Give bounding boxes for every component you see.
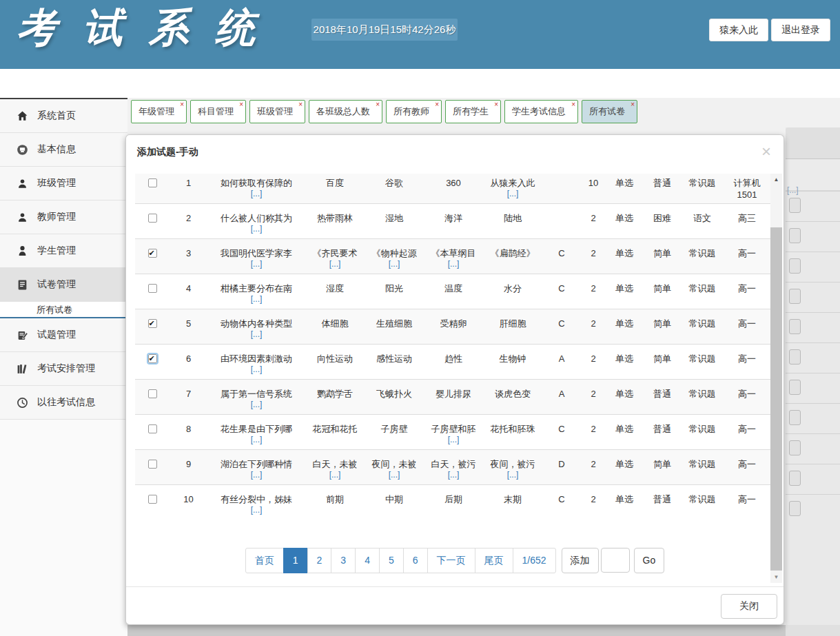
difficulty-cell: 普通 xyxy=(643,174,682,204)
answer-cell xyxy=(542,174,581,204)
expand-link[interactable]: [...] xyxy=(209,400,304,410)
expand-link[interactable]: [...] xyxy=(484,189,541,199)
tab-all-students[interactable]: 所有学生× xyxy=(445,100,501,123)
page-link[interactable]: 4 xyxy=(355,548,380,573)
tab-close-icon[interactable]: × xyxy=(376,101,380,108)
row-checkbox[interactable] xyxy=(148,495,157,504)
sidebar-item-student-mgmt[interactable]: 学生管理 xyxy=(0,234,127,268)
category-cell: 语文 xyxy=(682,204,723,239)
expand-link[interactable]: [...] xyxy=(366,470,422,480)
option-text: 水分 xyxy=(504,283,522,294)
tab-close-icon[interactable]: × xyxy=(298,101,303,108)
score-cell: 2 xyxy=(581,204,606,239)
page-link[interactable]: 2 xyxy=(307,548,332,573)
row-checkbox[interactable] xyxy=(148,178,157,187)
answer-cell: C xyxy=(542,239,581,274)
expand-link[interactable]: [...] xyxy=(209,365,304,375)
page-link[interactable]: 下一页 xyxy=(427,548,475,573)
tab-class-mgmt[interactable]: 班级管理× xyxy=(249,100,305,123)
expand-link[interactable]: [...] xyxy=(425,259,482,269)
header-buttons: 猿来入此 退出登录 xyxy=(709,19,830,41)
expand-link[interactable]: [...] xyxy=(209,224,304,234)
sidebar-item-exam-schedule[interactable]: 考试安排管理 xyxy=(0,352,127,386)
modal-close-button[interactable]: 关闭 xyxy=(721,594,777,619)
tab-student-exam-info[interactable]: 学生考试信息× xyxy=(504,100,578,123)
category-cell: 常识题 xyxy=(682,174,723,204)
row-checkbox[interactable]: ✔ xyxy=(148,249,157,258)
clock-icon xyxy=(17,397,28,409)
expand-link[interactable]: [...] xyxy=(484,470,541,480)
tab-close-icon[interactable]: × xyxy=(435,101,439,108)
expand-link[interactable]: [...] xyxy=(209,189,304,199)
question-text: 属于第一信号系统 xyxy=(221,389,292,399)
row-checkbox[interactable]: ✔ xyxy=(148,319,157,328)
option-text: 后期 xyxy=(444,494,462,504)
tab-close-icon[interactable]: × xyxy=(180,101,184,108)
expand-link[interactable]: [...] xyxy=(209,470,304,480)
expand-link[interactable]: [...] xyxy=(307,470,363,480)
row-checkbox[interactable] xyxy=(148,424,157,433)
row-number: 6 xyxy=(170,345,207,380)
home-icon xyxy=(17,110,28,122)
sidebar-item-basic-info[interactable]: 基本信息 xyxy=(0,133,127,167)
expand-link[interactable]: [...] xyxy=(366,259,422,269)
expand-link[interactable]: [...] xyxy=(307,259,363,269)
expand-link[interactable]: [...] xyxy=(209,259,304,269)
scroll-up-icon[interactable]: ▲ xyxy=(770,174,782,185)
go-button[interactable]: Go xyxy=(634,548,665,573)
sidebar-item-question-mgmt[interactable]: 试题管理 xyxy=(0,318,127,352)
tab-all-teachers[interactable]: 所有教师× xyxy=(386,100,442,123)
expand-link[interactable]: [...] xyxy=(209,505,304,515)
tab-close-icon[interactable]: × xyxy=(239,101,243,108)
sidebar-item-home[interactable]: 系统首页 xyxy=(0,99,127,133)
modal-scrollbar[interactable]: ▲ ▼ xyxy=(770,174,782,583)
sidebar-item-teacher-mgmt[interactable]: 教师管理 xyxy=(0,201,127,234)
tab-grade-mgmt[interactable]: 年级管理× xyxy=(131,100,187,123)
check-icon: ✔ xyxy=(149,247,155,259)
type-cell: 单选 xyxy=(606,450,643,485)
row-checkbox[interactable] xyxy=(148,460,157,469)
tab-class-totals[interactable]: 各班级总人数× xyxy=(309,100,382,123)
page-link[interactable]: 1 xyxy=(283,548,308,573)
option-text: 夜间，未被 xyxy=(372,459,417,469)
add-button[interactable]: 添加 xyxy=(562,548,599,573)
tab-all-papers[interactable]: 所有试卷× xyxy=(582,100,637,123)
yuan-lai-ru-ci-button[interactable]: 猿来入此 xyxy=(709,19,768,41)
page-link[interactable]: 尾页 xyxy=(475,548,513,573)
row-number: 3 xyxy=(170,239,207,274)
sidebar-item-paper-mgmt[interactable]: 试卷管理 xyxy=(0,268,127,302)
page-link[interactable]: 6 xyxy=(403,548,428,573)
difficulty-cell: 普通 xyxy=(643,415,682,450)
tab-close-icon[interactable]: × xyxy=(494,101,498,108)
page-link[interactable]: 首页 xyxy=(245,548,284,573)
expand-link[interactable]: [...] xyxy=(425,470,482,480)
row-checkbox[interactable] xyxy=(148,389,157,398)
scrollbar-thumb[interactable] xyxy=(770,227,782,571)
modal-close-icon[interactable]: × xyxy=(761,143,771,160)
sidebar-subitem-all-papers[interactable]: 所有试卷 xyxy=(0,302,127,318)
page-link[interactable]: 5 xyxy=(379,548,404,573)
expand-link[interactable]: [...] xyxy=(209,294,304,305)
background-table-row xyxy=(786,403,840,433)
table-row: 10有丝分裂中，姊妹[...]前期中期后期末期C2单选普通常识题高一 xyxy=(135,485,771,520)
row-checkbox[interactable] xyxy=(148,214,157,223)
tab-close-icon[interactable]: × xyxy=(631,101,635,108)
scroll-down-icon[interactable]: ▼ xyxy=(770,571,782,583)
logout-button[interactable]: 退出登录 xyxy=(771,19,830,41)
row-checkbox[interactable]: ✔ xyxy=(148,354,157,363)
score-cell: 10 xyxy=(581,174,606,204)
tab-subject-mgmt[interactable]: 科目管理× xyxy=(190,100,246,123)
grade-cell: 计算机 1501 xyxy=(723,174,771,204)
row-checkbox[interactable] xyxy=(148,284,157,293)
sidebar-item-past-exams[interactable]: 以往考试信息 xyxy=(0,386,127,420)
background-row-button xyxy=(789,501,801,516)
sidebar-item-class-mgmt[interactable]: 班级管理 xyxy=(0,167,127,201)
page-number-input[interactable] xyxy=(601,548,630,573)
expand-link[interactable]: [...] xyxy=(425,435,482,445)
expand-link[interactable]: [...] xyxy=(209,435,304,445)
question-text: 什么被人们称其为 xyxy=(221,213,292,223)
expand-link[interactable]: [...] xyxy=(209,329,304,340)
answer-cell: A xyxy=(542,345,581,380)
page-link[interactable]: 3 xyxy=(331,548,356,573)
tab-close-icon[interactable]: × xyxy=(571,101,575,108)
